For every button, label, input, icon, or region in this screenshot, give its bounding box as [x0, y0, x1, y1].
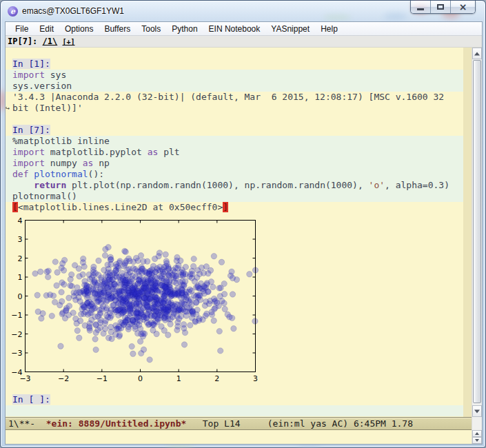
code-token-txt: <matplotlib.lines.Line2D at 0x50ecff0>: [18, 202, 223, 212]
code-token-kwb: return: [34, 180, 66, 190]
input-line[interactable]: [6, 405, 463, 416]
header-spacer: [57, 37, 62, 46]
code-token-txt: plotnormal(): [12, 191, 77, 201]
menu-item-python[interactable]: Python: [166, 24, 203, 34]
svg-text:0: 0: [18, 292, 23, 301]
maximize-icon: [437, 4, 444, 10]
svg-text:2: 2: [214, 374, 219, 383]
menu-item-help[interactable]: Help: [315, 24, 343, 34]
vertical-scrollbar[interactable]: [472, 48, 482, 417]
menu-item-tools[interactable]: Tools: [136, 24, 166, 34]
code-token-kw: import: [12, 158, 45, 168]
output-line[interactable]: '3.4.3 |Anaconda 2.2.0 (32-bit)| (defaul…: [6, 92, 463, 103]
svg-text:0: 0: [138, 374, 143, 383]
scroll-up-icon: [474, 52, 480, 55]
code-token-kw: def: [12, 169, 28, 179]
svg-text:−3: −3: [11, 349, 22, 358]
window-caption-buttons: ×: [410, 1, 476, 14]
menu-item-buffers[interactable]: Buffers: [99, 24, 136, 34]
svg-text:3: 3: [18, 235, 23, 244]
code-token-txt: '3.4.3 |Anaconda 2.2.0 (32-bit)| (defaul…: [12, 92, 444, 102]
new-tab-link[interactable]: [+]: [63, 38, 75, 45]
svg-text:−4: −4: [11, 368, 22, 377]
minibuffer-scroll-down-button[interactable]: [472, 437, 482, 444]
notebook-window: In [1]:import syssys.version'3.4.3 |Anac…: [6, 48, 482, 417]
minibuffer-scroll-up-icon: [475, 432, 479, 435]
window-title: emacs@TX0GLT6GF1YW1: [22, 6, 124, 16]
code-token-kw: import: [12, 147, 45, 157]
minibuffer[interactable]: [6, 430, 472, 444]
input-line[interactable]: import sys: [6, 70, 463, 81]
minibuffer-scroll-down-icon: [475, 439, 479, 442]
menu-item-ein-notebook[interactable]: EIN Notebook: [203, 24, 266, 34]
menu-bar: FileEditOptionsBuffersToolsPythonEIN Not…: [6, 22, 482, 36]
close-icon: ×: [451, 1, 475, 14]
input-line[interactable]: def plotnormal():: [6, 169, 463, 180]
notebook-tab-link[interactable]: /1\: [43, 37, 58, 46]
svg-text:−1: −1: [97, 374, 108, 383]
output-line[interactable]: [<matplotlib.lines.Line2D at 0x50ecff0>]: [6, 202, 463, 213]
menu-item-yasnippet[interactable]: YASnippet: [265, 24, 315, 34]
input-line[interactable]: plotnormal(): [6, 191, 463, 202]
close-button[interactable]: ×: [451, 1, 475, 14]
blank-line[interactable]: [6, 383, 463, 394]
scroll-down-button[interactable]: [472, 405, 482, 417]
minimize-button[interactable]: [411, 1, 431, 14]
minibuffer-row: [6, 430, 482, 444]
modeline-status: Top L14 (ein:ml yas AC) 6:45PM 1.78: [186, 418, 413, 429]
code-token-kw: import: [12, 70, 45, 80]
input-line[interactable]: %matplotlib inline: [6, 136, 463, 147]
menu-item-edit[interactable]: Edit: [34, 24, 59, 34]
svg-text:1: 1: [18, 273, 23, 282]
notebook-buffer[interactable]: In [1]:import syssys.version'3.4.3 |Anac…: [6, 48, 463, 417]
modeline-buffer-name: *ein: 8889/Untitled.ipynb*: [46, 418, 187, 429]
minibuffer-scrollbar[interactable]: [472, 430, 482, 444]
scrollbar-thumb[interactable]: [473, 60, 481, 403]
minimize-icon: [417, 8, 424, 10]
blank-line[interactable]: [6, 114, 463, 125]
input-line[interactable]: import matplotlib.pyplot as plt: [6, 147, 463, 158]
scroll-up-button[interactable]: [472, 48, 482, 59]
code-token-txt: [12, 180, 34, 190]
code-token-txt: ():: [88, 169, 104, 179]
input-line[interactable]: sys.version: [6, 81, 463, 92]
scroll-down-icon: [474, 409, 480, 413]
blank-line[interactable]: [6, 48, 463, 59]
scrollbar-track[interactable]: [472, 60, 482, 405]
title-bar[interactable]: e emacs@TX0GLT6GF1YW1 ×: [1, 1, 485, 21]
svg-text:1: 1: [176, 374, 181, 383]
svg-text:−2: −2: [58, 374, 69, 383]
modeline-coding: 1\**-: [8, 418, 46, 429]
scatter-plot-svg: −3−2−10123−4−3−2−101234: [10, 216, 266, 383]
code-token-txt: sys: [45, 70, 66, 80]
code-token-txt: bit (Intel)]': [12, 103, 83, 113]
menu-item-options[interactable]: Options: [59, 24, 99, 34]
cell-prompt-line[interactable]: In [ ]:: [6, 394, 463, 405]
modeline-scrollbar-gap: [472, 417, 482, 430]
code-token-txt: , alpha=0.3): [385, 180, 449, 190]
menu-item-file[interactable]: File: [10, 24, 34, 34]
scatter-plot-image: −3−2−10123−4−3−2−101234: [10, 216, 266, 383]
mode-line: 1\**- *ein: 8889/Untitled.ipynb* Top L14…: [6, 417, 472, 430]
header-line: IP[7]: /1\ [+]: [6, 36, 482, 48]
emacs-window: e emacs@TX0GLT6GF1YW1 × FileEditOptionsB…: [0, 0, 486, 448]
kernel-indicator: IP[7]:: [8, 37, 43, 46]
output-line[interactable]: bit (Intel)]'↪: [6, 103, 463, 114]
code-token-kw: as: [148, 147, 159, 157]
input-line[interactable]: return plt.plot(np.random.randn(1000), n…: [6, 180, 463, 191]
cells-bottom: In [ ]:: [6, 383, 463, 416]
mode-line-row: 1\**- *ein: 8889/Untitled.ipynb* Top L14…: [6, 417, 482, 430]
input-line[interactable]: import numpy as np: [6, 158, 463, 169]
code-token-txt: numpy: [45, 158, 83, 168]
code-token-txt: %matplotlib inline: [12, 136, 110, 146]
line-wrap-icon: ↪: [6, 103, 12, 114]
cell-prompt: In [ ]:: [12, 394, 50, 405]
svg-text:2: 2: [18, 254, 23, 263]
maximize-button[interactable]: [431, 1, 451, 14]
frame-client-area: FileEditOptionsBuffersToolsPythonEIN Not…: [5, 21, 483, 445]
svg-text:4: 4: [18, 216, 23, 225]
cell-prompt-line[interactable]: In [7]:: [6, 125, 463, 136]
cell-prompt-line[interactable]: In [1]:: [6, 59, 463, 70]
minibuffer-scroll-up-button[interactable]: [472, 430, 482, 437]
code-token-txt: np: [93, 158, 109, 168]
